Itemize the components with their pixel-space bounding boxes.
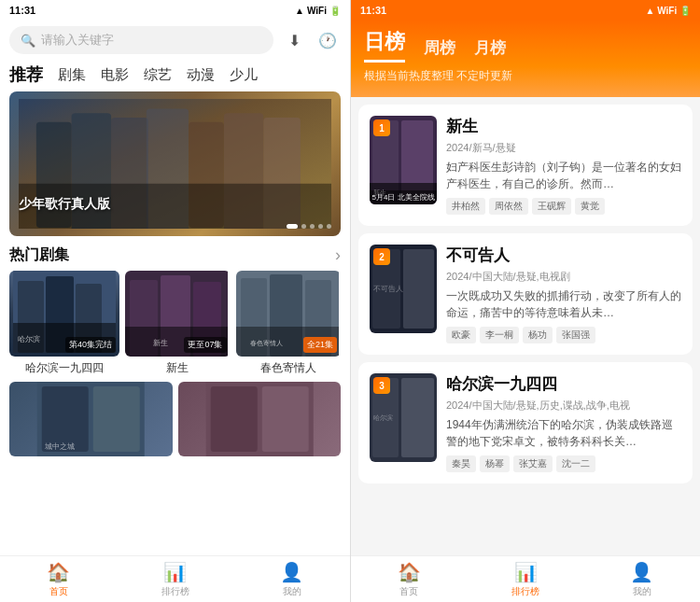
rank-cast-1: 欧豪 李一桐 杨功 张国强 (446, 327, 681, 343)
right-rank-icon: 📊 (514, 561, 538, 583)
cast-tag-1-3: 张国强 (556, 327, 595, 343)
tab-animation[interactable]: 动漫 (187, 66, 215, 84)
drama-thumb-0: 哈尔滨 第40集完结 (9, 271, 119, 357)
cast-tag-0-1: 周依然 (489, 198, 528, 215)
dot-3 (310, 224, 315, 229)
cast-tag-2-0: 秦昊 (446, 455, 476, 472)
bottom-item-0[interactable]: 城中之城 (9, 382, 173, 456)
svg-text:城中之城: 城中之城 (44, 442, 75, 451)
rank-meta-2: 2024/中国大陆/悬疑,历史,谍战,战争,电视 (446, 399, 681, 413)
right-nav-rank-label: 排行榜 (511, 585, 539, 598)
left-nav-profile[interactable]: 👤 我的 (233, 556, 350, 602)
bottom-item-1[interactable] (178, 382, 342, 456)
tab-recommend[interactable]: 推荐 (9, 63, 43, 86)
left-bottom-nav: 🏠 首页 📊 排行榜 👤 我的 (0, 555, 350, 602)
right-bottom-nav: 🏠 首页 📊 排行榜 👤 我的 (351, 555, 700, 602)
bottom-grid: 城中之城 (0, 376, 350, 456)
left-nav-rank[interactable]: 📊 排行榜 (117, 556, 233, 602)
cast-tag-1-0: 欧豪 (446, 327, 476, 343)
cast-tag-2-2: 张艾嘉 (513, 455, 553, 472)
search-actions: ⬇ 🕐 (281, 27, 341, 53)
tab-kids[interactable]: 少儿 (230, 66, 258, 84)
search-bar: 🔍 请输入关键字 ⬇ 🕐 (0, 21, 350, 60)
svg-rect-41 (403, 249, 434, 329)
drama-badge-0: 第40集完结 (65, 337, 116, 353)
rank-poster-0: 新生 1 5月4日 北美全院线 (370, 116, 437, 204)
history-button[interactable]: 🕐 (315, 27, 341, 53)
drama-badge-1: 更至07集 (184, 337, 226, 353)
right-nav-profile[interactable]: 👤 我的 (583, 556, 700, 602)
right-profile-icon: 👤 (630, 561, 653, 583)
left-nav-home-label: 首页 (49, 585, 68, 598)
rank-icon: 📊 (163, 561, 187, 583)
tab-variety[interactable]: 综艺 (144, 66, 172, 84)
dot-1 (287, 224, 298, 229)
right-header: 日榜 周榜 月榜 根据当前热度整理 不定时更新 (351, 21, 700, 97)
banner[interactable]: 少年歌行真人版 (9, 91, 341, 236)
svg-text:哈尔滨: 哈尔滨 (373, 414, 393, 422)
tab-monthly[interactable]: 月榜 (474, 37, 506, 63)
tab-drama[interactable]: 剧集 (58, 66, 86, 84)
left-time: 11:31 (9, 5, 35, 16)
rank-card-2[interactable]: 哈尔滨 3 哈尔滨一九四四 2024/中国大陆/悬疑,历史,谍战,战争,电视 1… (358, 362, 693, 483)
rank-list: 新生 1 5月4日 北美全院线 新生 2024/新马/悬疑 妇产科医生彭诗韵（刘… (351, 97, 700, 555)
rank-info-1: 不可告人 2024/中国大陆/悬疑,电视剧 一次既成功又失败的抓捕行动，改变了所… (446, 245, 681, 343)
search-icon: 🔍 (21, 34, 35, 48)
dot-2 (301, 224, 306, 229)
rank-number-2: 3 (373, 377, 390, 394)
right-nav-rank[interactable]: 📊 排行榜 (468, 556, 584, 602)
cast-tag-2-3: 沈一二 (556, 455, 595, 472)
svg-rect-45 (401, 378, 434, 457)
rank-number-0: 1 (373, 119, 390, 136)
hot-section-more[interactable]: › (335, 245, 341, 265)
rank-card-1[interactable]: 不可告人 2 不可告人 2024/中国大陆/悬疑,电视剧 一次既成功又失败的抓捕… (358, 233, 693, 355)
rank-meta-0: 2024/新马/悬疑 (446, 141, 681, 155)
cast-tag-0-3: 黄觉 (575, 198, 605, 215)
left-status-icons: ▲ WiFi 🔋 (295, 6, 341, 16)
drama-item-0[interactable]: 哈尔滨 第40集完结 哈尔滨一九四四 (9, 271, 119, 376)
drama-thumb-1: 新生 更至07集 (125, 271, 231, 357)
right-time: 11:31 (360, 5, 386, 16)
left-nav-profile-label: 我的 (283, 585, 301, 598)
drama-name-0: 哈尔滨一九四四 (9, 360, 119, 376)
rank-cast-2: 秦昊 杨幂 张艾嘉 沈一二 (446, 455, 681, 472)
left-nav-home[interactable]: 🏠 首页 (0, 556, 117, 602)
svg-rect-32 (210, 386, 257, 452)
cast-tag-2-1: 杨幂 (480, 455, 510, 472)
right-nav-home[interactable]: 🏠 首页 (351, 556, 468, 602)
cast-tag-0-0: 井柏然 (446, 198, 485, 215)
banner-dots (287, 224, 331, 229)
search-placeholder: 请输入关键字 (41, 32, 114, 49)
drama-item-1[interactable]: 新生 更至07集 新生 (125, 271, 231, 376)
banner-title: 少年歌行真人版 (19, 196, 110, 213)
search-input-wrap[interactable]: 🔍 请输入关键字 (9, 26, 273, 54)
rank-meta-1: 2024/中国大陆/悬疑,电视剧 (446, 270, 681, 284)
rank-poster-2: 哈尔滨 3 (370, 373, 437, 462)
home-icon: 🏠 (47, 561, 70, 583)
right-panel: 11:31 ▲ WiFi 🔋 日榜 周榜 月榜 根据当前热度整理 不定时更新 新… (351, 0, 700, 602)
svg-rect-29 (93, 386, 140, 452)
hot-section-title: 热门剧集 (9, 245, 69, 265)
tab-movie[interactable]: 电影 (101, 66, 129, 84)
rank-card-0[interactable]: 新生 1 5月4日 北美全院线 新生 2024/新马/悬疑 妇产科医生彭诗韵（刘… (358, 105, 693, 226)
rank-subtitle: 根据当前热度整理 不定时更新 (364, 68, 687, 84)
left-nav-rank-label: 排行榜 (161, 585, 189, 598)
rank-poster-1: 不可告人 2 (370, 245, 437, 333)
cast-tag-0-2: 王砚辉 (532, 198, 571, 215)
svg-text:不可告人: 不可告人 (373, 285, 403, 293)
svg-text:哈尔滨: 哈尔滨 (18, 335, 40, 343)
rank-poster-label-0: 5月4日 北美全院线 (370, 190, 437, 204)
dot-5 (327, 224, 331, 229)
profile-icon: 👤 (280, 561, 303, 583)
tab-weekly[interactable]: 周榜 (424, 37, 455, 63)
cast-tag-1-2: 杨功 (523, 327, 553, 343)
right-home-icon: 🏠 (398, 561, 421, 583)
tab-daily[interactable]: 日榜 (364, 28, 405, 63)
right-status-bar: 11:31 ▲ WiFi 🔋 (351, 0, 700, 21)
right-nav-home-label: 首页 (399, 585, 418, 598)
download-button[interactable]: ⬇ (281, 27, 307, 53)
rank-desc-1: 一次既成功又失败的抓捕行动，改变了所有人的命运，痛苦中的等待意味着从未… (446, 287, 681, 321)
svg-rect-33 (261, 386, 308, 452)
rank-info-0: 新生 2024/新马/悬疑 妇产科医生彭诗韵（刘子钩）是一位著名的女妇产科医生，… (446, 116, 681, 215)
drama-item-2[interactable]: 春色寄情人 全21集 春色寄情人 (236, 271, 342, 376)
